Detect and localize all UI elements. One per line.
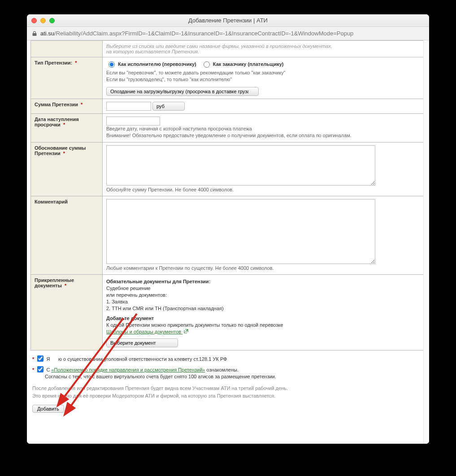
claim-sum-input[interactable] xyxy=(106,102,151,111)
radio-as-customer[interactable] xyxy=(204,61,210,68)
docs-templates-link[interactable]: Шаблоны и образцы документов xyxy=(106,329,182,334)
overdue-hint2: Внимание! Обязательно предоставьте уведо… xyxy=(106,133,352,138)
claim-subtype-select[interactable]: Опоздание на загрузку/выгрузку (просрочк… xyxy=(106,87,259,96)
footer-note-2: Это время нужно для её проверки Модерато… xyxy=(32,392,424,400)
label-overdue-date-2: просрочки xyxy=(35,122,61,127)
docs-item-2: 2. ТТН или CMR или ТН (Транспортная накл… xyxy=(106,306,421,311)
label-docs-1: Прикрепленные xyxy=(35,277,74,283)
label-claim-type: Тип Претензии: xyxy=(35,60,72,65)
radio-as-executor[interactable] xyxy=(109,61,115,68)
window-zoom-button[interactable] xyxy=(49,18,55,23)
external-link-icon xyxy=(184,329,188,333)
docs-or: или перечень документов: xyxy=(106,292,421,298)
docs-judgment: Судебное решение xyxy=(106,286,421,291)
window-minimize-button[interactable] xyxy=(40,18,46,23)
docs-item-1: 1. Заявка xyxy=(106,299,421,304)
titlebar: Добавление Претензии | АТИ xyxy=(27,14,429,27)
page-content: Выберите из списка или введите сами назв… xyxy=(27,40,429,444)
terms-text-after: ознакомлены. xyxy=(207,367,239,372)
firm-hint-line1: Выберите из списка или введите сами назв… xyxy=(106,43,332,49)
terms-line2: Согласны с тем, что с вашего виртуальног… xyxy=(45,374,276,379)
terms-text-before: С xyxy=(46,367,50,372)
docs-add-title: Добавьте документ xyxy=(106,316,421,321)
firm-hint-line2: на которую выставляется Претензия. xyxy=(106,49,199,54)
window-close-button[interactable] xyxy=(31,18,37,23)
reason-textarea[interactable] xyxy=(106,145,375,186)
url-host: ati.su xyxy=(40,30,54,37)
overdue-hint1: Введите дату, начиная с которой наступил… xyxy=(106,126,252,131)
vertical-scrollbar[interactable] xyxy=(423,40,429,444)
submit-button[interactable]: Добавить xyxy=(32,405,64,413)
url-path: /Reliability/AddClaim.aspx?FirmID=-1&Cla… xyxy=(54,30,353,37)
browser-window: Добавление Претензии | АТИ ati.su /Relia… xyxy=(27,14,429,444)
overdue-date-input[interactable] xyxy=(106,117,160,125)
docs-add-hint: К одной Претензии можно прикрепить докум… xyxy=(106,322,421,328)
radio-as-executor-label[interactable]: Как исполнителю (перевозчику) xyxy=(118,61,196,67)
lock-icon xyxy=(31,30,38,37)
docs-required-title: Обязательные документы для Претензии: xyxy=(106,279,421,284)
radio-as-customer-label[interactable]: Как заказчику (плательщику) xyxy=(213,61,284,67)
footer-note-1: После добавления или редактирования Прет… xyxy=(32,385,424,392)
currency-select[interactable]: руб xyxy=(152,102,185,111)
label-reason-2: Претензии xyxy=(35,151,61,156)
terms-link[interactable]: «Положением о порядке направления и расс… xyxy=(51,367,205,372)
checkbox-liability-acknowledge[interactable] xyxy=(37,355,43,362)
liability-text-after: ю о существовании уголовной ответственно… xyxy=(58,356,227,362)
checkbox-terms-acknowledge[interactable] xyxy=(37,366,43,372)
docs-select[interactable]: Выберите документ xyxy=(106,338,178,347)
label-reason-1: Обоснование суммы xyxy=(35,145,86,151)
reason-hint: Обоснуйте сумму Претензии. Не более 4000… xyxy=(106,187,234,192)
claim-type-hint2: Если вы "грузовладелец", то только "как … xyxy=(106,76,421,83)
label-docs-2: документы xyxy=(35,283,62,288)
comment-textarea[interactable] xyxy=(106,199,375,264)
comment-hint: Любые комментарии к Претензии по существ… xyxy=(106,265,274,271)
claim-form: Выберите из списка или введите сами назв… xyxy=(30,40,426,351)
liability-text-before: Я xyxy=(46,356,50,362)
label-claim-sum: Сумма Претензии xyxy=(35,102,78,107)
label-comment: Комментарий xyxy=(35,199,68,204)
url-bar[interactable]: ati.su /Reliability/AddClaim.aspx?FirmID… xyxy=(27,27,429,40)
claim-type-hint1: Если вы "перевозчик", то можете давать р… xyxy=(106,69,421,76)
window-title: Добавление Претензии | АТИ xyxy=(27,17,429,24)
label-overdue-date-1: Дата наступления xyxy=(35,117,79,122)
